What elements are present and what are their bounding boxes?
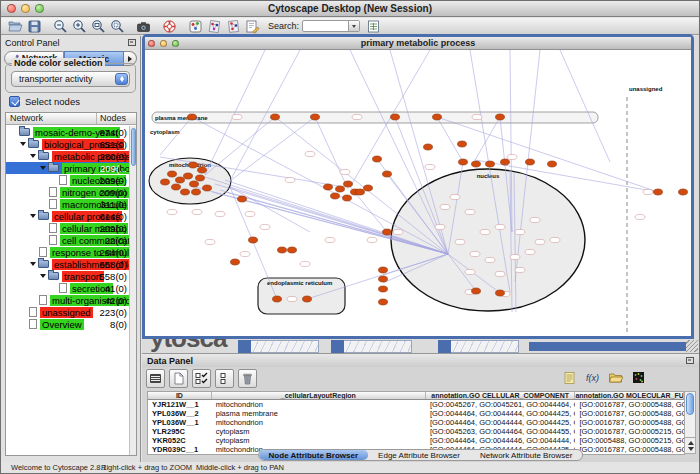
graph-node[interactable] — [526, 159, 535, 165]
graph-node-outline[interactable] — [635, 214, 645, 219]
tree-expand-arrow-icon[interactable] — [40, 162, 48, 174]
table-row[interactable]: YPL036W__2plasma membrane[GO:0044464, GO… — [148, 409, 684, 418]
graph-node-outline[interactable] — [515, 229, 525, 234]
tree-scrollbar-thumb[interactable] — [131, 128, 136, 166]
graph-node-outline[interactable] — [515, 267, 525, 272]
tree-expand-arrow-icon[interactable] — [30, 210, 38, 222]
graph-node-outline[interactable] — [535, 239, 545, 244]
save-icon[interactable] — [27, 19, 42, 34]
graph-node[interactable] — [196, 175, 205, 181]
graph-node-outline[interactable] — [425, 164, 435, 169]
annotation-icon[interactable] — [245, 19, 260, 34]
graph-node[interactable] — [548, 161, 557, 167]
table-row[interactable]: YLR295Ccytoplasm[GO:0045263, GO:0044464,… — [148, 427, 684, 436]
graph-node[interactable] — [373, 156, 382, 162]
graph-node[interactable] — [496, 114, 505, 120]
graph-node[interactable] — [192, 189, 201, 195]
graph-node-outline[interactable] — [245, 211, 255, 216]
graph-node-outline[interactable] — [435, 224, 445, 229]
graph-node[interactable] — [184, 173, 193, 179]
table-scrollbar[interactable] — [684, 391, 696, 454]
zoom-fit-icon[interactable] — [110, 19, 125, 34]
tree-row[interactable]: secretion41(0) — [6, 282, 129, 294]
unselect-attributes-icon[interactable] — [215, 369, 234, 388]
graph-node[interactable] — [288, 247, 297, 253]
tab-edge-attribute-browser[interactable]: Edge Attribute Browser — [368, 450, 470, 460]
graph-node[interactable] — [654, 189, 663, 195]
import-attributes-icon[interactable] — [607, 369, 626, 388]
graph-node-outline[interactable] — [450, 194, 460, 199]
graph-node[interactable] — [433, 114, 442, 120]
table-row[interactable]: YJR121W__1mitochondrion[GO:0045267, GO:0… — [148, 400, 684, 409]
graph-node[interactable] — [336, 186, 345, 192]
graph-node-outline[interactable] — [510, 254, 520, 259]
graph-node[interactable] — [311, 114, 320, 120]
tree-row[interactable]: nitrogen compo209(0) — [6, 186, 129, 198]
graph-node-outline[interactable] — [352, 114, 362, 119]
graph-node[interactable] — [238, 196, 247, 202]
graph-node[interactable] — [181, 189, 190, 195]
search-dropdown-button[interactable] — [348, 21, 359, 31]
graph-node[interactable] — [379, 299, 388, 305]
background-window[interactable] — [331, 340, 412, 353]
network-view-window[interactable]: primary metabolic process plasma membran… — [142, 34, 694, 339]
graph-node[interactable] — [379, 267, 388, 273]
graph-node-outline[interactable] — [470, 251, 480, 256]
tab-network-attribute-browser[interactable]: Network Attribute Browser — [470, 450, 582, 460]
graph-node[interactable] — [383, 229, 392, 235]
graph-node-outline[interactable] — [530, 217, 540, 222]
graph-node[interactable] — [458, 141, 467, 147]
delete-attribute-icon[interactable] — [238, 369, 257, 388]
table-row[interactable]: YPL036W__1mitochondrion[GO:0044464, GO:0… — [148, 418, 684, 427]
graph-node[interactable] — [379, 286, 388, 292]
formula-fx-icon[interactable]: f(x) — [584, 369, 603, 388]
graph-node[interactable] — [356, 189, 365, 195]
float-panel-icon[interactable] — [128, 39, 136, 46]
graph-node[interactable] — [501, 159, 510, 165]
node-color-dropdown[interactable]: transporter activity — [11, 71, 130, 87]
tree-row[interactable]: unassigned223(0) — [6, 306, 129, 318]
graph-node-outline[interactable] — [495, 271, 505, 276]
graph-node[interactable] — [189, 162, 198, 168]
graph-node[interactable] — [190, 181, 199, 187]
network-overlay-1-icon[interactable] — [207, 19, 222, 34]
graph-node[interactable] — [161, 179, 170, 185]
graph-node-outline[interactable] — [440, 204, 450, 209]
tree-row[interactable]: primary metabo209(... — [6, 162, 129, 174]
graph-node[interactable] — [198, 167, 207, 173]
background-window-edge[interactable] — [529, 342, 691, 351]
tree-expand-arrow-icon[interactable] — [30, 150, 38, 162]
graph-node-outline[interactable] — [340, 169, 350, 174]
table-column-header[interactable]: _cellularLayoutRegion — [212, 392, 426, 399]
tree-col-nodes[interactable]: Nodes — [96, 113, 136, 124]
table-row[interactable]: YKR052Ccytoplasm[GO:0044464, GO:0044446,… — [148, 436, 684, 445]
graph-node-outline[interactable] — [260, 224, 270, 229]
tree-col-network[interactable]: Network — [6, 113, 96, 124]
vizmapper-icon[interactable] — [188, 19, 203, 34]
graph-node-outline[interactable] — [285, 177, 295, 182]
graph-node-outline[interactable] — [287, 296, 297, 301]
matrix-icon[interactable] — [630, 369, 649, 388]
tree-row[interactable]: cellular process614(0) — [6, 210, 129, 222]
table-column-header[interactable]: annotation.GO MOLECULAR_FUNCTION — [575, 392, 684, 399]
notepad-icon[interactable] — [561, 369, 580, 388]
graph-node[interactable] — [364, 185, 373, 191]
background-window[interactable] — [438, 340, 519, 353]
graph-node[interactable] — [331, 193, 340, 199]
graph-node[interactable] — [249, 237, 258, 243]
graph-node-outline[interactable] — [643, 189, 653, 194]
graph-node[interactable] — [278, 247, 287, 253]
graph-node-outline[interactable] — [455, 239, 465, 244]
graph-node[interactable] — [168, 171, 177, 177]
snapshot-icon[interactable] — [136, 19, 151, 34]
graph-node-outline[interactable] — [465, 209, 475, 214]
graph-node[interactable] — [486, 161, 495, 167]
graph-node[interactable] — [472, 288, 481, 294]
tree-row[interactable]: mosaic-demo-yeast874(0) — [6, 126, 129, 138]
graph-node-outline[interactable] — [192, 209, 202, 214]
graph-node-outline[interactable] — [472, 114, 482, 119]
tree-row[interactable]: biological_process651(0) — [6, 138, 129, 150]
graph-node[interactable] — [188, 114, 197, 120]
tree-row[interactable]: establishment of lo558(0) — [6, 258, 129, 270]
graph-node[interactable] — [324, 184, 333, 190]
